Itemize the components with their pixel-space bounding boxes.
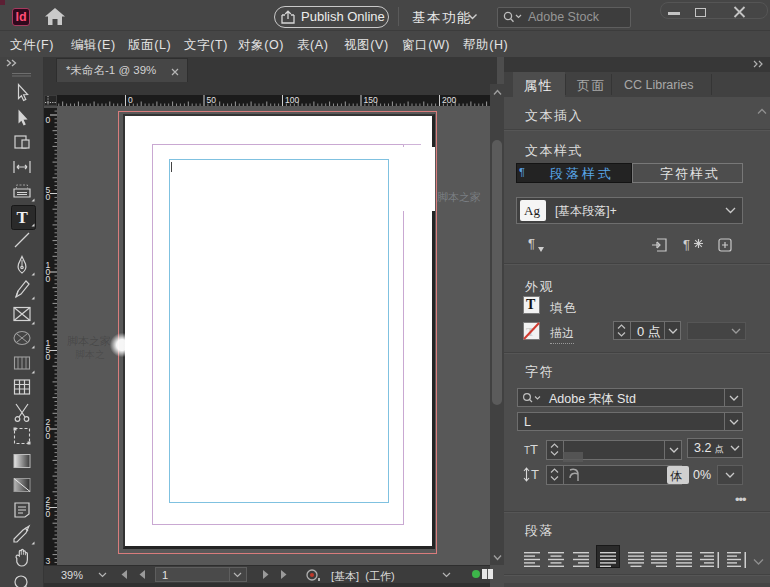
svg-text:0: 0 [46, 431, 51, 441]
svg-text:0: 0 [46, 352, 51, 362]
svg-text:3: 3 [46, 556, 51, 565]
svg-text:T: T [17, 207, 29, 226]
svg-text:200: 200 [442, 95, 456, 105]
svg-text:100: 100 [285, 95, 299, 105]
svg-text:0: 0 [46, 509, 51, 519]
svg-text:0: 0 [46, 115, 51, 125]
svg-text:50: 50 [207, 95, 217, 105]
svg-text:0: 0 [46, 274, 51, 284]
svg-text:150: 150 [364, 95, 378, 105]
svg-text:0: 0 [46, 192, 51, 202]
svg-text:0: 0 [128, 95, 133, 105]
